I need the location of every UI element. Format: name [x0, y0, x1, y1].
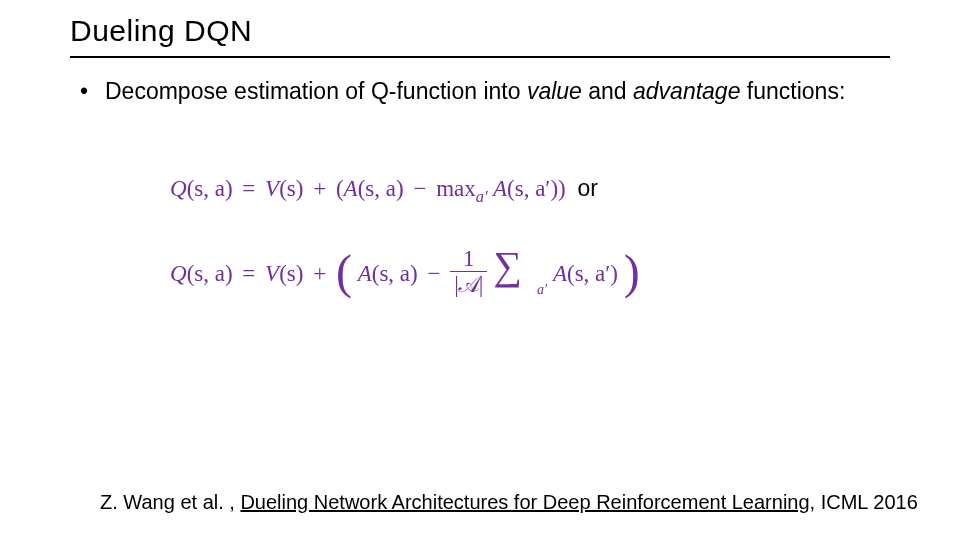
eq1-A: A — [344, 176, 358, 201]
eq2-args-s: (s) — [279, 261, 303, 286]
eq2-frac-den: |𝒜| — [454, 272, 483, 297]
slide: Dueling DQN • Decompose estimation of Q-… — [0, 0, 960, 540]
eq2-sum-sub: a′ — [537, 282, 547, 298]
eq1-equals: = — [238, 176, 259, 201]
eq1-A2: A — [493, 176, 507, 201]
eq2-minus: − — [423, 261, 444, 286]
eq1-rparen: ) — [558, 176, 566, 201]
sigma-icon: ∑ — [493, 246, 522, 286]
eq1-Q: Q — [170, 176, 187, 201]
eq2-sum: ∑ a′ — [493, 250, 533, 298]
eq2-V: V — [265, 261, 279, 286]
eq1-A2-args: (s, a′) — [507, 176, 558, 201]
eq2-rparen: ) — [624, 248, 640, 296]
bullet-text-post: functions: — [740, 78, 845, 104]
eq1-args-s: (s) — [279, 176, 303, 201]
bullet-text-mid: and — [582, 78, 633, 104]
citation-link[interactable]: Dueling Network Architectures for Deep R… — [240, 491, 809, 513]
citation: Z. Wang et al. , Dueling Network Archite… — [100, 491, 918, 514]
eq1-minus: − — [409, 176, 430, 201]
eq1-args-sa: (s, a) — [187, 176, 233, 201]
eq1-max-sub: a′ — [476, 187, 488, 206]
bullet-value-word: value — [527, 78, 582, 104]
eq2-args-sa: (s, a) — [187, 261, 233, 286]
eq2-lparen: ( — [336, 248, 352, 296]
bullet-item: • Decompose estimation of Q-function int… — [105, 76, 865, 107]
eq2-fraction: 1 |𝒜| — [450, 246, 487, 298]
eq1-V: V — [265, 176, 279, 201]
eq1-or: or — [571, 175, 597, 201]
citation-post: , ICML 2016 — [810, 491, 918, 513]
title-rule — [70, 56, 890, 58]
bullet-advantage-word: advantage — [633, 78, 740, 104]
eq2-frac-num: 1 — [450, 246, 487, 272]
bullet-text-pre: Decompose estimation of Q-function into — [105, 78, 527, 104]
eq2-A2: A — [553, 261, 567, 286]
equation-1: Q(s, a) = V(s) + (A(s, a) − maxa′ A(s, a… — [170, 175, 598, 207]
equation-2: Q(s, a) = V(s) + ( A(s, a) − 1 |𝒜| ∑ a′ … — [170, 248, 640, 328]
eq1-max: max — [436, 176, 476, 201]
eq2-Q: Q — [170, 261, 187, 286]
eq2-A-args: (s, a) — [372, 261, 418, 286]
eq2-equals: = — [238, 261, 259, 286]
eq1-plus: + — [309, 176, 330, 201]
eq2-plus: + — [309, 261, 330, 286]
eq1-lparen: ( — [336, 176, 344, 201]
bullet-dot: • — [80, 76, 88, 107]
citation-pre: Z. Wang et al. , — [100, 491, 240, 513]
eq1-A-args: (s, a) — [358, 176, 404, 201]
eq2-A: A — [358, 261, 372, 286]
eq2-A2-args: (s, a′) — [567, 261, 618, 286]
slide-title: Dueling DQN — [70, 14, 252, 48]
